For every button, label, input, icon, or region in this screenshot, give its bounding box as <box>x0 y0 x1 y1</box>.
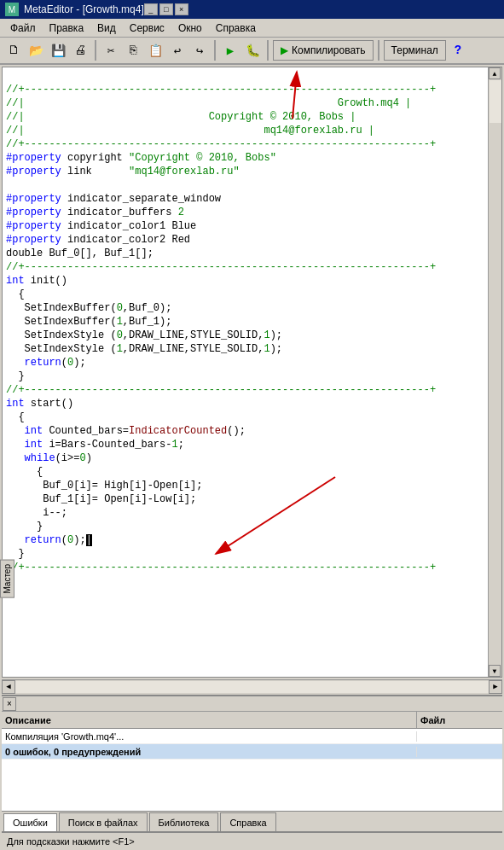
separator-3 <box>267 40 269 61</box>
help-button[interactable]: ? <box>448 40 468 61</box>
title-text: MetaEditor - [Growth.mq4] <box>24 3 144 15</box>
print-button[interactable]: 🖨 <box>70 40 90 61</box>
left-side-tab[interactable]: Мастер <box>0 560 14 598</box>
row-desc-2: 0 ошибок, 0 предупреждений <box>2 747 417 757</box>
terminal-button[interactable]: Терминал <box>384 40 446 61</box>
bottom-table-header: Описание Файл <box>2 712 502 729</box>
status-text: Для подсказки нажмите <F1> <box>7 836 135 847</box>
open-button[interactable]: 📂 <box>26 40 46 61</box>
separator-1 <box>95 40 96 61</box>
menu-view[interactable]: Вид <box>90 20 123 36</box>
scroll-thumb[interactable] <box>490 80 501 123</box>
scroll-down-button[interactable]: ▼ <box>489 665 501 677</box>
menu-help[interactable]: Справка <box>209 20 263 36</box>
copy-button[interactable]: ⎘ <box>123 40 143 61</box>
scroll-track[interactable] <box>15 681 489 693</box>
compile-label: Компилировать <box>292 44 366 56</box>
tab-library[interactable]: Библиотека <box>149 812 219 831</box>
status-bar: Для подсказки нажмите <F1> <box>2 831 502 850</box>
run-button[interactable]: ▶ <box>220 40 240 61</box>
menu-file[interactable]: Файл <box>3 20 43 36</box>
save-button[interactable]: 💾 <box>48 40 68 61</box>
redo-button[interactable]: ↪ <box>189 40 210 61</box>
paste-button[interactable]: 📋 <box>145 40 165 61</box>
compile-button[interactable]: ▶ Компилировать <box>273 40 374 61</box>
toolbar: 🗋 📂 💾 🖨 ✂ ⎘ 📋 ↩ ↪ ▶ 🐛 ▶ Компилировать Те… <box>0 38 504 65</box>
maximize-button[interactable]: □ <box>159 3 173 15</box>
menu-tools[interactable]: Сервис <box>123 20 171 36</box>
tab-errors[interactable]: Ошибки <box>3 813 57 832</box>
debug-button[interactable]: 🐛 <box>242 40 263 61</box>
menu-bar: Файл Правка Вид Сервис Окно Справка <box>0 19 504 38</box>
new-button[interactable]: 🗋 <box>3 40 24 61</box>
horizontal-scrollbar[interactable]: ◀ ▶ <box>2 679 502 693</box>
title-bar-controls: _ □ × <box>144 3 188 15</box>
minimize-button[interactable]: _ <box>144 3 158 15</box>
tab-help[interactable]: Справка <box>220 812 275 831</box>
scroll-right-button[interactable]: ▶ <box>489 680 502 694</box>
menu-edit[interactable]: Правка <box>43 20 91 36</box>
close-button[interactable]: × <box>175 3 188 15</box>
code-editor[interactable]: //+-------------------------------------… <box>2 67 502 678</box>
table-row: Компиляция 'Growth.mq4'... <box>2 729 502 744</box>
terminal-label: Терминал <box>391 44 438 56</box>
scroll-left-button[interactable]: ◀ <box>2 680 15 694</box>
row-desc-1: Компиляция 'Growth.mq4'... <box>2 731 417 742</box>
bottom-panel: × Описание Файл Компиляция 'Growth.mq4'.… <box>2 695 502 831</box>
bottom-tabs: Ошибки Поиск в файлах Библиотека Справка <box>2 811 502 831</box>
cut-button[interactable]: ✂ <box>101 40 121 61</box>
column-desc-header: Описание <box>2 712 417 728</box>
table-row-highlight: 0 ошибок, 0 предупреждений <box>2 744 502 760</box>
separator-4 <box>378 40 379 61</box>
vertical-scrollbar[interactable]: ▲ ▼ <box>488 67 501 677</box>
menu-window[interactable]: Окно <box>171 20 209 36</box>
app-icon: M <box>5 3 19 16</box>
bottom-table-body: Компиляция 'Growth.mq4'... 0 ошибок, 0 п… <box>2 729 502 811</box>
scroll-up-button[interactable]: ▲ <box>489 67 501 79</box>
close-panel-button[interactable]: × <box>3 697 16 711</box>
title-bar: M MetaEditor - [Growth.mq4] _ □ × <box>0 0 504 19</box>
tab-search[interactable]: Поиск в файлах <box>59 812 148 831</box>
separator-2 <box>214 40 216 61</box>
code-text[interactable]: //+-------------------------------------… <box>3 67 501 677</box>
column-file-header: Файл <box>417 712 502 728</box>
bottom-panel-toolbar: × <box>2 696 502 712</box>
undo-button[interactable]: ↩ <box>167 40 188 61</box>
